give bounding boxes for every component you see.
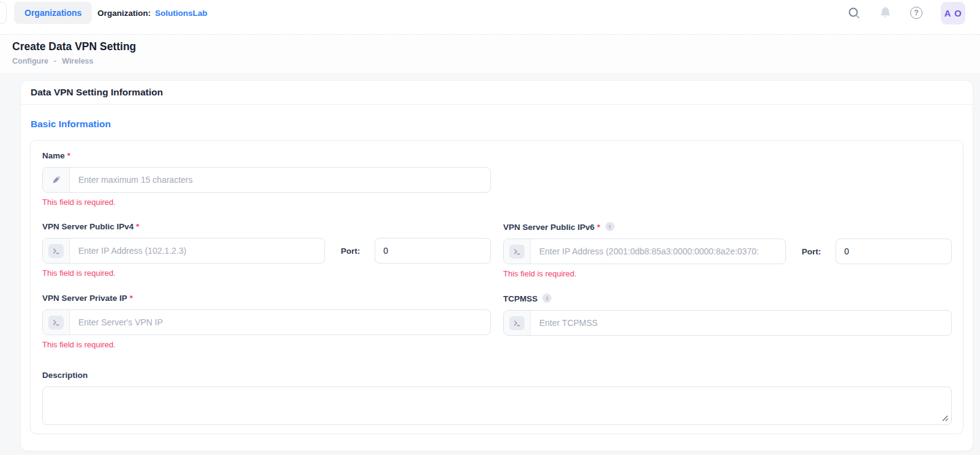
info-icon[interactable]: !	[542, 294, 552, 303]
terminal-icon	[43, 239, 70, 263]
private-ip-field: VPN Server Private IP*	[42, 294, 491, 349]
basic-information-fieldset: Name*	[30, 140, 963, 434]
tcpmss-label: TCPMSS!	[503, 294, 952, 303]
topbar: Organizations Organization: SolutionsLab	[0, 0, 980, 35]
row-description: Description	[42, 371, 952, 425]
user-avatar[interactable]: A O	[941, 2, 965, 24]
ipv6-required-error: This field is required.	[503, 269, 952, 278]
page-title: Create Data VPN Setting	[12, 40, 968, 53]
card-header: Data VPN Setting Information	[21, 81, 973, 105]
breadcrumb-configure[interactable]: Configure	[12, 57, 48, 65]
help-icon[interactable]: ?	[910, 7, 922, 19]
breadcrumb-wireless[interactable]: Wireless	[62, 57, 93, 65]
ipv4-label: VPN Server Public IPv4*	[42, 222, 491, 231]
ipv4-required-error: This field is required.	[42, 268, 491, 278]
info-icon[interactable]: !	[605, 222, 615, 231]
ipv4-line: Port:	[42, 238, 491, 264]
tcpmss-field: TCPMSS!	[503, 294, 952, 349]
resize-handle-icon[interactable]	[941, 415, 949, 422]
breadcrumb: Configure - Wireless	[12, 57, 968, 65]
name-field: Name*	[42, 151, 491, 207]
description-label: Description	[42, 371, 952, 380]
row-name: Name*	[42, 151, 952, 207]
private-ip-label-text: VPN Server Private IP	[42, 294, 127, 303]
notifications-bell-icon[interactable]	[879, 6, 892, 20]
ipv4-port-input[interactable]	[375, 238, 491, 264]
topbar-actions: ? A O	[847, 2, 965, 24]
required-mark: *	[130, 294, 133, 303]
private-ip-input-group	[42, 309, 491, 335]
app-screen: Organizations Organization: SolutionsLab	[0, 0, 980, 455]
ipv6-label: VPN Server Public IPv6*!	[503, 222, 952, 232]
vpn-setting-card: Data VPN Setting Information Basic Infor…	[20, 80, 973, 451]
organization-value-link[interactable]: SolutionsLab	[155, 9, 208, 18]
name-label-text: Name	[42, 151, 65, 160]
ipv6-line: Port:	[503, 239, 952, 264]
help-glyph: ?	[910, 7, 922, 19]
ipv6-port-input[interactable]	[836, 239, 952, 264]
row-public-ips: VPN Server Public IPv4*	[42, 222, 952, 278]
ipv4-port-label: Port:	[341, 246, 361, 256]
section-title-basic-information: Basic Information	[31, 119, 963, 130]
card-title: Data VPN Setting Information	[31, 87, 163, 98]
name-input[interactable]	[70, 168, 490, 192]
description-field: Description	[42, 371, 952, 425]
ipv6-input-group	[503, 239, 786, 264]
name-label: Name*	[42, 151, 491, 160]
private-ip-required-error: This field is required.	[42, 340, 491, 349]
ipv6-field: VPN Server Public IPv6*!	[503, 222, 952, 278]
organizations-tab[interactable]: Organizations	[14, 2, 92, 24]
ipv6-address-input[interactable]	[531, 239, 785, 264]
terminal-icon	[43, 310, 70, 335]
name-required-error: This field is required.	[42, 198, 491, 207]
ipv6-label-text: VPN Server Public IPv6	[503, 223, 594, 232]
search-icon[interactable]	[847, 6, 861, 20]
private-ip-input[interactable]	[70, 310, 490, 335]
required-mark: *	[67, 151, 70, 160]
required-mark: *	[597, 223, 600, 232]
tcpmss-label-text: TCPMSS	[503, 294, 537, 303]
spacer-column	[503, 151, 952, 207]
description-textarea[interactable]	[42, 387, 952, 425]
partial-left-button[interactable]	[0, 2, 7, 24]
ipv6-port-label: Port:	[802, 247, 821, 256]
ipv4-input-group	[42, 238, 325, 264]
organization-label: Organization:	[97, 9, 151, 18]
page-head: Create Data VPN Setting Configure - Wire…	[0, 35, 980, 73]
row-private-ip-tcpmss: VPN Server Private IP*	[42, 294, 952, 349]
breadcrumb-separator: -	[54, 57, 56, 65]
private-ip-label: VPN Server Private IP*	[42, 294, 491, 303]
name-input-group	[42, 167, 491, 193]
tcpmss-input[interactable]	[531, 311, 951, 335]
ipv4-label-text: VPN Server Public IPv4	[42, 222, 133, 231]
ipv4-address-input[interactable]	[70, 239, 324, 263]
terminal-icon	[504, 311, 531, 335]
tcpmss-input-group	[503, 310, 952, 336]
terminal-icon	[504, 239, 531, 264]
organization-context: Organization: SolutionsLab	[97, 9, 208, 18]
ipv4-field: VPN Server Public IPv4*	[42, 222, 491, 278]
required-mark: *	[136, 222, 139, 231]
pencil-icon	[43, 168, 70, 192]
content-area: Data VPN Setting Information Basic Infor…	[0, 73, 980, 455]
